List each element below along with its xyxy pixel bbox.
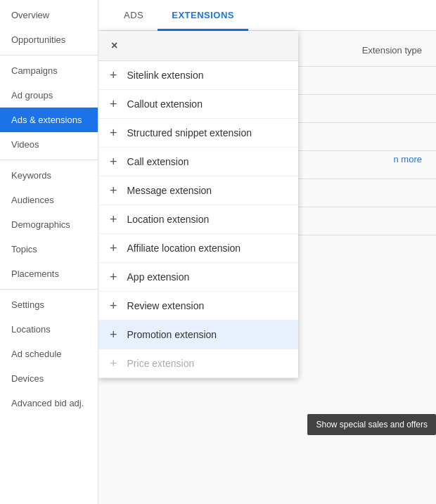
- dropdown-item-label: Sitelink extension: [127, 70, 204, 81]
- dropdown-item-label: Price extension: [127, 358, 195, 369]
- sidebar-item-settings[interactable]: Settings: [0, 292, 98, 317]
- dropdown-item-app[interactable]: +App extension: [98, 263, 298, 292]
- dropdown-item-label: Callout extension: [127, 98, 203, 110]
- sidebar-item-ad-schedule[interactable]: Ad schedule: [0, 342, 98, 366]
- sidebar-item-ads-extensions[interactable]: Ads & extensions: [0, 108, 98, 132]
- dropdown-item-review[interactable]: +Review extension: [98, 292, 298, 321]
- sidebar-item-locations[interactable]: Locations: [0, 317, 98, 342]
- tab-extensions[interactable]: EXTENSIONS: [158, 0, 248, 31]
- dropdown-item-promotion[interactable]: +Promotion extension: [98, 321, 298, 349]
- sidebar-item-topics[interactable]: Topics: [0, 237, 98, 261]
- dropdown-item-call[interactable]: +Call extension: [98, 148, 298, 176]
- dropdown-item-label: Structured snippet extension: [127, 127, 252, 138]
- sidebar-item-opportunities[interactable]: Opportunities: [0, 27, 98, 52]
- sidebar-divider: [0, 55, 98, 56]
- dropdown-close-button[interactable]: ×: [108, 38, 120, 53]
- sidebar-item-placements[interactable]: Placements: [0, 261, 98, 286]
- dropdown-item-label: Promotion extension: [127, 329, 217, 340]
- sidebar-item-devices[interactable]: Devices: [0, 366, 98, 391]
- dropdown-item-label: Call extension: [127, 156, 189, 167]
- extension-dropdown: × +Sitelink extension+Callout extension+…: [98, 31, 298, 378]
- dropdown-item-callout[interactable]: +Callout extension: [98, 90, 298, 119]
- dropdown-close-row: ×: [98, 31, 298, 61]
- dropdown-item-structured-snippet[interactable]: +Structured snippet extension: [98, 119, 298, 148]
- plus-icon: +: [110, 127, 117, 139]
- extension-type-label: Extension type: [362, 45, 422, 56]
- tabs-bar: ADSEXTENSIONS: [98, 0, 436, 31]
- dropdown-item-label: Review extension: [127, 300, 205, 311]
- sidebar-item-demographics[interactable]: Demographics: [0, 212, 98, 237]
- plus-icon: +: [110, 357, 117, 370]
- dropdown-item-label: Location extension: [127, 214, 210, 225]
- sidebar-item-overview[interactable]: Overview: [0, 3, 98, 27]
- sidebar-item-audiences[interactable]: Audiences: [0, 188, 98, 212]
- dropdown-item-label: App extension: [127, 271, 190, 283]
- plus-icon: +: [110, 213, 117, 226]
- plus-icon: +: [110, 328, 117, 341]
- sidebar: OverviewOpportunitiesCampaignsAd groupsA…: [0, 0, 98, 504]
- plus-icon: +: [110, 155, 117, 168]
- sidebar-item-videos[interactable]: Videos: [0, 132, 98, 157]
- tab-ads[interactable]: ADS: [110, 0, 158, 31]
- plus-icon: +: [110, 299, 117, 312]
- content-area: Extension type n more × +Sitelink extens…: [98, 31, 436, 504]
- sidebar-divider: [0, 289, 98, 290]
- main-content: ADSEXTENSIONS Extension type n more × +S…: [98, 0, 436, 504]
- plus-icon: +: [110, 242, 117, 254]
- dropdown-item-location[interactable]: +Location extension: [98, 205, 298, 234]
- sidebar-item-keywords[interactable]: Keywords: [0, 163, 98, 188]
- plus-icon: +: [110, 69, 117, 82]
- sidebar-item-advanced-bid[interactable]: Advanced bid adj.: [0, 391, 98, 415]
- sidebar-item-campaigns[interactable]: Campaigns: [0, 58, 98, 83]
- sidebar-item-ad-groups[interactable]: Ad groups: [0, 83, 98, 108]
- dropdown-item-label: Message extension: [127, 185, 212, 196]
- dropdown-item-affiliate-location[interactable]: +Affiliate location extension: [98, 234, 298, 263]
- sidebar-divider: [0, 160, 98, 160]
- plus-icon: +: [110, 98, 117, 110]
- more-link[interactable]: n more: [394, 154, 422, 164]
- dropdown-item-price: +Price extension: [98, 349, 298, 378]
- plus-icon: +: [110, 271, 117, 283]
- plus-icon: +: [110, 184, 117, 197]
- dropdown-item-message[interactable]: +Message extension: [98, 176, 298, 205]
- dropdown-item-sitelink[interactable]: +Sitelink extension: [98, 61, 298, 90]
- dropdown-item-label: Affiliate location extension: [127, 243, 241, 254]
